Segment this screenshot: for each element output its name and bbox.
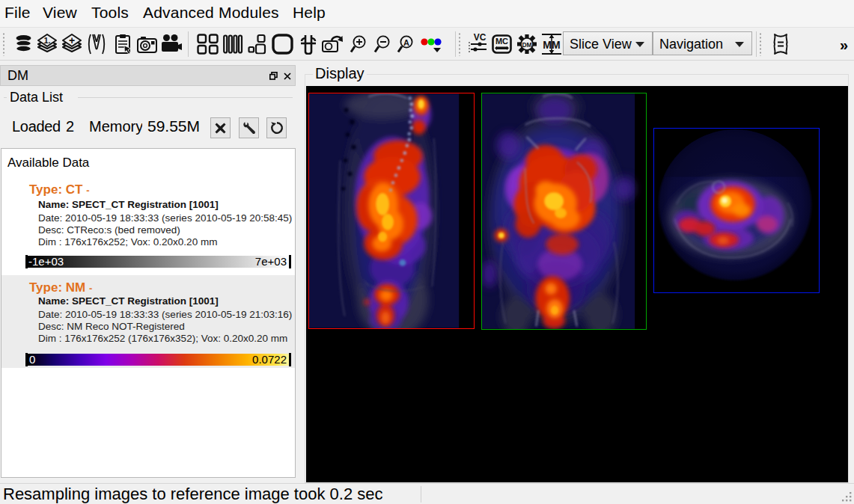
svg-text:+: + bbox=[69, 34, 75, 46]
svg-text:A: A bbox=[403, 38, 409, 47]
svg-text:MC: MC bbox=[495, 37, 508, 46]
svg-text:DM: DM bbox=[522, 41, 531, 49]
svg-text:1.: 1. bbox=[43, 36, 50, 45]
svg-text:VC: VC bbox=[474, 33, 487, 43]
